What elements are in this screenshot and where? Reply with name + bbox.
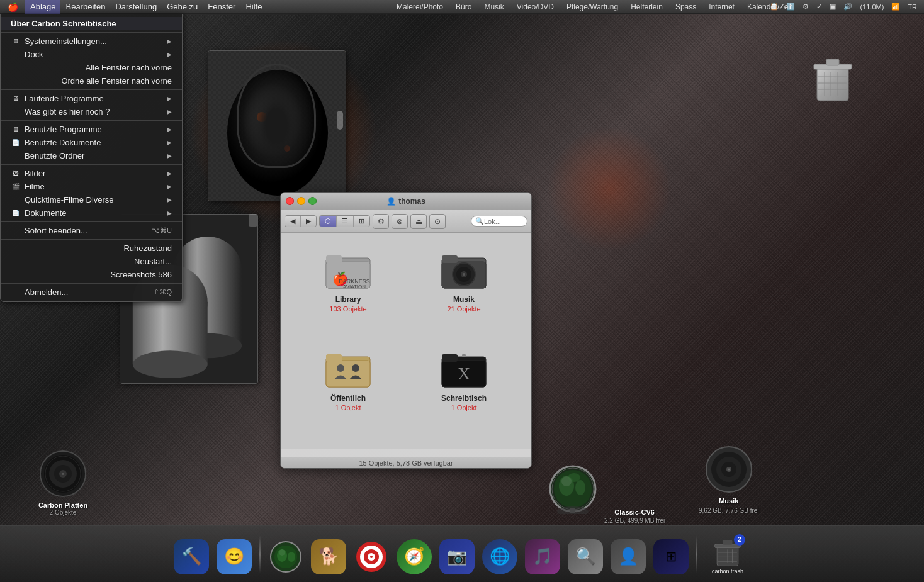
carbon-platten-label: Carbon Platten	[38, 501, 87, 509]
dock-item-network[interactable]: 🌐	[480, 534, 520, 574]
svg-point-5	[257, 112, 267, 122]
menu-screenshots-item[interactable]: Screenshots 586	[1, 268, 182, 281]
dock-item-iphoto[interactable]: 📷	[437, 534, 477, 574]
dock-item-globe[interactable]	[266, 534, 306, 574]
tab-helferlein[interactable]: Helferlein	[624, 0, 669, 14]
forceq-icon	[11, 227, 21, 235]
menu-filme-item[interactable]: 🎬 Filme ▶	[1, 180, 182, 193]
tab-buro[interactable]: Büro	[449, 0, 478, 14]
forceq-shortcut: ⌥⌘U	[152, 227, 172, 235]
photo-scroll-handle[interactable]	[337, 111, 343, 130]
carbon-platten-icon[interactable]: Carbon Platten 2 Objekte	[38, 449, 88, 516]
menu-bearbeiten[interactable]: Bearbeiten	[60, 0, 110, 14]
back-button[interactable]: ◀	[285, 216, 301, 227]
menubar-user: TR	[904, 3, 920, 11]
tab-musik[interactable]: Musik	[478, 0, 510, 14]
photo-preview-window-1	[208, 50, 346, 201]
menubar-status-6: 🔊	[840, 3, 855, 11]
tab-pflege[interactable]: Pflege/Wartung	[560, 0, 624, 14]
musik-disk-desktop-icon[interactable]: Musik 9,62 GB, 7,76 GB frei	[699, 444, 759, 514]
menu-systemprefs-item[interactable]: 🖥 Systemeinstellungen... ▶	[1, 35, 182, 48]
finder-search[interactable]: 🔍 Lok...	[471, 216, 527, 227]
offentlich-folder-count: 1 Objekt	[335, 404, 361, 411]
menu-gehzu[interactable]: Gehe zu	[162, 0, 203, 14]
classic-cv6-desktop-icon[interactable]: Classic-CV6 2.2 GB, 499,9 MB frei	[604, 508, 665, 524]
dock-item-target[interactable]	[351, 534, 392, 574]
whatsnew-icon	[11, 108, 21, 116]
tab-spass[interactable]: Spass	[669, 0, 702, 14]
menu-restart-item[interactable]: Neustart...	[1, 255, 182, 268]
tab-kalender[interactable]: Kalender/Zeit	[741, 0, 798, 14]
menu-forceq-item[interactable]: Sofort beenden... ⌥⌘U	[1, 224, 182, 237]
window-minimize-button[interactable]	[297, 197, 305, 205]
forward-button[interactable]: ▶	[301, 216, 316, 227]
folder-library[interactable]: 🍎 DARKNESS AVIATION Library 103 Objekte	[293, 245, 403, 338]
finder-content: 🍎 DARKNESS AVIATION Library 103 Objekte …	[281, 233, 531, 449]
folder-musik[interactable]: Musik 21 Objekte	[409, 245, 519, 338]
finder-titlebar: 👤 thomas	[281, 193, 531, 210]
quick-look-button[interactable]: ⊗	[392, 214, 408, 229]
menu-logout-item[interactable]: Abmelden... ⇧⌘Q	[1, 286, 182, 299]
menubar-battery: (11.0M)	[857, 3, 887, 11]
trash-desktop-icon[interactable]	[804, 50, 861, 107]
menu-recentdocs-label: Benutzte Dokumente	[25, 138, 101, 147]
dock-item-trash[interactable]: 2 carbon trash	[702, 534, 753, 574]
dock-item-dog[interactable]: 🐕	[308, 534, 349, 574]
svg-rect-39	[326, 354, 342, 362]
dock-item-search[interactable]: 🔍	[565, 534, 606, 574]
globe-desktop-icon[interactable]	[548, 464, 598, 514]
menu-recentfolders-label: Benutzte Ordner	[25, 151, 84, 160]
column-view-button[interactable]: ⊞	[354, 216, 369, 227]
menu-recentfolders-item[interactable]: Benutzte Ordner ▶	[1, 149, 182, 162]
systemprefs-icon: 🖥	[11, 38, 21, 45]
menu-running-item[interactable]: 🖥 Laufende Programme ▶	[1, 92, 182, 105]
window-close-button[interactable]	[286, 197, 294, 205]
menu-arrange-item[interactable]: Ordne alle Fenster nach vorne	[1, 74, 182, 87]
tab-malerei[interactable]: Malerei/Photo	[390, 0, 449, 14]
window-maximize-button[interactable]	[308, 197, 317, 205]
list-view-button[interactable]: ☰	[337, 216, 354, 227]
folder-offentlich[interactable]: Öffentlich 1 Objekt	[293, 344, 403, 437]
photo-window1-scroll[interactable]	[249, 214, 257, 227]
menu-hilfe[interactable]: Hilfe	[240, 0, 267, 14]
menu-all-windows-item[interactable]: Alle Fenster nach vorne	[1, 61, 182, 74]
menu-about-item[interactable]: Über Carbon Schreibtische	[1, 17, 182, 30]
recentdocs-icon: 📄	[11, 139, 21, 147]
folder-schreibtisch[interactable]: X Schreibtisch 1 Objekt	[409, 344, 519, 437]
menu-sep-6	[1, 239, 182, 240]
dock-item-xcode[interactable]: 🔨	[171, 534, 211, 574]
tab-internet[interactable]: Internet	[702, 0, 741, 14]
burn-button[interactable]: ⊙	[429, 214, 446, 229]
dock-item-itunes[interactable]: 🎵	[522, 534, 563, 574]
menu-ablage[interactable]: Ablage	[25, 0, 60, 14]
menu-whatsnew-item[interactable]: Was gibt es hier noch ? ▶	[1, 105, 182, 118]
nav-button-group: ◀ ▶	[285, 215, 317, 227]
menu-recentapps-item[interactable]: 🖥 Benutzte Programme ▶	[1, 123, 182, 136]
dock-item-user[interactable]: 👤	[608, 534, 648, 574]
filme-arrow: ▶	[167, 183, 172, 190]
menu-sleep-item[interactable]: Ruhezustand	[1, 242, 182, 255]
apple-menu-button[interactable]: 🍎	[0, 2, 25, 12]
dock-item-finder[interactable]: 😊	[214, 534, 254, 574]
quicktime-arrow: ▶	[167, 196, 172, 203]
icon-view-button[interactable]: ⬡	[320, 216, 337, 227]
menu-dock-item[interactable]: Dock ▶	[1, 48, 182, 61]
dock-item-safari[interactable]: 🧭	[394, 534, 434, 574]
menu-bilder-item[interactable]: 🖼 Bilder ▶	[1, 167, 182, 180]
menu-all-windows-label: Alle Fenster nach vorne	[86, 63, 172, 72]
finder-window: 👤 thomas ◀ ▶ ⬡ ☰ ⊞ ⚙ ⊗ ⏏ ⊙ 🔍 Lok...	[280, 192, 532, 469]
menu-fenster[interactable]: Fenster	[203, 0, 240, 14]
eject-button[interactable]: ⏏	[410, 214, 427, 229]
menu-recentdocs-item[interactable]: 📄 Benutzte Dokumente ▶	[1, 136, 182, 149]
recentapps-arrow: ▶	[167, 126, 172, 133]
tab-video[interactable]: Video/DVD	[510, 0, 560, 14]
action-button[interactable]: ⚙	[373, 214, 389, 229]
menu-quicktime-item[interactable]: Quicktime-Filme Diverse ▶	[1, 193, 182, 206]
menu-restart-label: Neustart...	[134, 257, 172, 266]
menu-dokumente-item[interactable]: 📄 Dokumente ▶	[1, 206, 182, 220]
dock-item-spaces[interactable]: ⊞	[651, 534, 691, 574]
menu-arrange-label: Ordne alle Fenster nach vorne	[61, 76, 172, 86]
svg-point-6	[284, 145, 290, 152]
menu-bilder-label: Bilder	[25, 169, 45, 178]
menu-darstellung[interactable]: Darstellung	[110, 0, 162, 14]
